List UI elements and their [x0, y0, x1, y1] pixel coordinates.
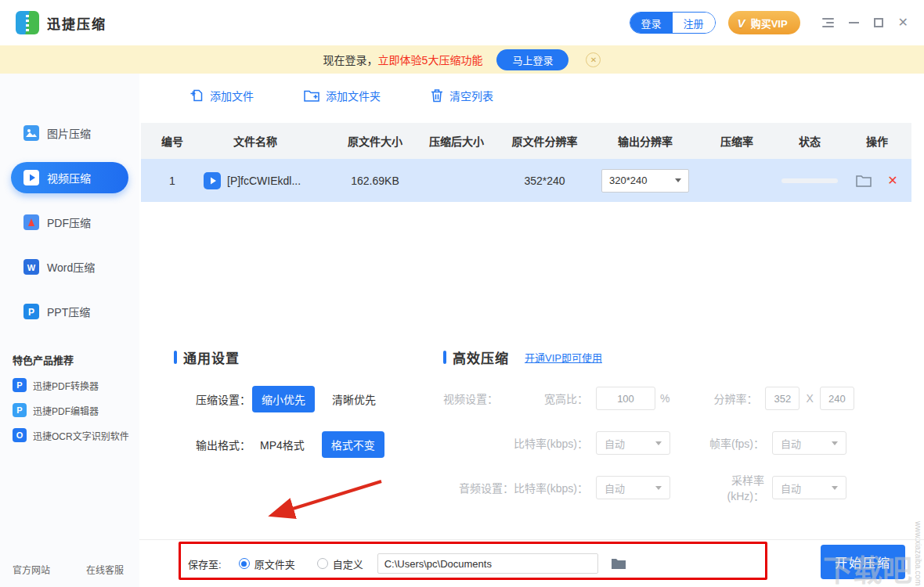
video-settings-label: 视频设置： — [443, 391, 498, 406]
main-panel: 添加文件 添加文件夹 清空列表 编号 — [139, 74, 924, 587]
word-compress-icon: W — [23, 259, 39, 275]
sidebar-item-video-compress[interactable]: 视频压缩 — [11, 162, 128, 193]
col-header-original-size: 原文件大小 — [333, 133, 417, 149]
add-folder-label: 添加文件夹 — [326, 88, 381, 103]
sidebar-item-label: 视频压缩 — [47, 170, 91, 185]
pdf-editor-icon: P — [13, 403, 27, 417]
table-row[interactable]: 1 [P]fcCWIEkdl... 162.69KB 352*240 320*2… — [141, 159, 911, 202]
resolution-label: 分辨率： — [701, 391, 757, 406]
official-site-link[interactable]: 官方网站 — [13, 563, 50, 576]
featured-item-label: 迅捷PDF编辑器 — [33, 404, 99, 417]
sidebar-item-label: Word压缩 — [47, 259, 95, 275]
times-sign: X — [806, 392, 813, 405]
chevron-down-icon — [832, 441, 838, 445]
row-original-size: 162.69KB — [333, 175, 417, 187]
start-compress-button[interactable]: 开始压缩 — [821, 545, 905, 579]
aspect-ratio-label: 宽高比： — [544, 391, 588, 406]
open-folder-icon[interactable] — [856, 175, 872, 187]
col-header-output-resolution: 输出分辨率 — [594, 133, 697, 149]
ocr-software-icon: O — [13, 428, 27, 442]
open-vip-link[interactable]: 开通VIP即可使用 — [525, 350, 602, 365]
trash-icon — [431, 88, 443, 103]
audio-bitrate-select[interactable]: 自动 — [596, 476, 670, 499]
chevron-down-icon — [675, 178, 681, 182]
output-resolution-value: 320*240 — [609, 175, 647, 186]
maximize-button[interactable] — [874, 18, 883, 27]
bitrate-select[interactable]: 自动 — [596, 431, 670, 455]
sidebar-item-pdf-compress[interactable]: PDF压缩 — [11, 207, 128, 238]
output-format-label: 输出格式： — [196, 437, 252, 452]
close-button[interactable]: ✕ — [898, 16, 908, 29]
save-path-input[interactable] — [377, 553, 598, 574]
chevron-down-icon — [832, 486, 838, 490]
login-now-button[interactable]: 马上登录 — [496, 49, 568, 70]
register-button[interactable]: 注册 — [673, 13, 715, 33]
fps-value: 自动 — [781, 436, 801, 451]
featured-pdf-converter[interactable]: P 迅捷PDF转换器 — [0, 378, 139, 392]
banner-text-highlight: 立即体验5大压缩功能 — [378, 54, 483, 67]
add-folder-icon — [304, 89, 319, 102]
bitrate-value: 自动 — [605, 436, 625, 451]
fps-select[interactable]: 自动 — [772, 431, 846, 455]
minimize-button[interactable] — [849, 22, 859, 23]
sidebar: 图片压缩 视频压缩 PDF压缩 W Word压缩 — [0, 74, 139, 587]
custom-label[interactable]: 自定义 — [333, 556, 363, 571]
sidebar-item-ppt-compress[interactable]: P PPT压缩 — [11, 296, 128, 327]
image-compress-icon — [23, 125, 39, 141]
app-logo-icon — [16, 11, 39, 34]
radio-custom[interactable] — [317, 558, 328, 569]
featured-item-label: 迅捷OCR文字识别软件 — [33, 429, 129, 442]
app-title: 迅捷压缩 — [47, 13, 106, 33]
app-window: 迅捷压缩 登录 注册 V 购买VIP ✕ 现在登录，立即体验5大压缩功能 马上登… — [0, 0, 924, 587]
featured-pdf-editor[interactable]: P 迅捷PDF编辑器 — [0, 403, 139, 417]
resolution-height-input[interactable] — [820, 387, 854, 410]
banner-close-icon[interactable]: ✕ — [586, 52, 601, 67]
aspect-ratio-input[interactable] — [596, 387, 655, 410]
save-to-label: 保存至: — [188, 556, 222, 571]
online-support-link[interactable]: 在线客服 — [86, 563, 124, 576]
banner-text: 现在登录，立即体验5大压缩功能 — [323, 52, 483, 67]
resolution-width-input[interactable] — [765, 387, 799, 410]
mp4-format-option[interactable]: MP4格式 — [260, 437, 305, 452]
output-resolution-select[interactable]: 320*240 — [601, 169, 689, 193]
sample-rate-label: 采样率(kHz)： — [695, 472, 764, 503]
video-compress-icon — [23, 170, 39, 185]
menu-icon[interactable] — [822, 18, 834, 27]
col-header-compressed-size: 压缩后大小 — [417, 133, 496, 149]
buy-vip-button[interactable]: V 购买VIP — [728, 11, 800, 34]
shrink-first-option[interactable]: 缩小优先 — [252, 386, 315, 412]
login-promo-banner: 现在登录，立即体验5大压缩功能 马上登录 ✕ — [0, 45, 924, 74]
vip-settings-title: 高效压缩 — [453, 348, 509, 367]
auth-pill: 登录 注册 — [630, 12, 716, 34]
chevron-down-icon — [655, 441, 662, 445]
clarity-first-option[interactable]: 清晰优先 — [332, 391, 376, 407]
featured-ocr-software[interactable]: O 迅捷OCR文字识别软件 — [0, 428, 139, 442]
audio-bitrate-label: 音频设置：比特率(kbps)： — [443, 480, 588, 495]
buy-vip-label: 购买VIP — [751, 16, 788, 31]
bitrate-label: 比特率(kbps)： — [443, 435, 588, 451]
sidebar-item-word-compress[interactable]: W Word压缩 — [11, 251, 128, 283]
clear-list-button[interactable]: 清空列表 — [431, 88, 493, 103]
audio-bitrate-value: 自动 — [605, 481, 625, 495]
add-file-button[interactable]: 添加文件 — [189, 88, 254, 103]
remove-file-icon[interactable]: ✕ — [887, 175, 897, 187]
login-button[interactable]: 登录 — [630, 13, 673, 33]
file-toolbar: 添加文件 添加文件夹 清空列表 — [189, 88, 493, 103]
section-accent-bar — [174, 351, 177, 364]
sidebar-footer: 官方网站 在线客服 — [13, 563, 124, 576]
vip-settings-section: 高效压缩 开通VIP即可使用 视频设置： 宽高比： % 分辨率： X — [443, 348, 854, 501]
title-bar: 迅捷压缩 登录 注册 V 购买VIP ✕ — [0, 0, 924, 45]
keep-format-option[interactable]: 格式不变 — [322, 431, 384, 458]
file-table: 编号 文件名称 原文件大小 压缩后大小 原文件分辨率 输出分辨率 压缩率 状态 … — [141, 123, 911, 202]
sidebar-item-image-compress[interactable]: 图片压缩 — [11, 117, 128, 149]
col-header-operation: 操作 — [843, 133, 911, 149]
col-header-status: 状态 — [777, 133, 843, 149]
video-thumbnail-icon — [204, 172, 221, 189]
radio-original-folder[interactable] — [239, 558, 250, 569]
original-folder-label[interactable]: 原文件夹 — [254, 556, 295, 571]
browse-folder-icon[interactable] — [611, 557, 626, 570]
add-folder-button[interactable]: 添加文件夹 — [304, 88, 381, 103]
sidebar-item-label: PPT压缩 — [47, 304, 90, 319]
sample-rate-select[interactable]: 自动 — [772, 476, 846, 499]
general-settings-title: 通用设置 — [183, 348, 240, 367]
